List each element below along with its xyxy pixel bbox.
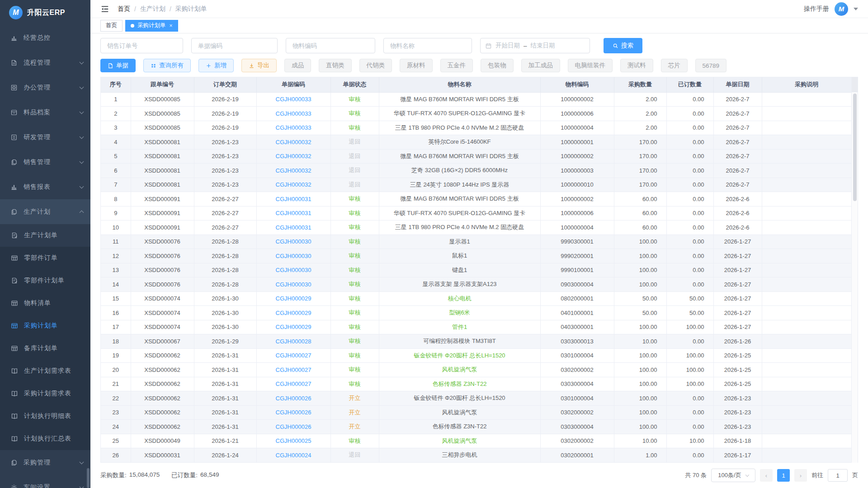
sidebar-item-研发管理[interactable]: 研发管理 <box>0 125 90 150</box>
sidebar-item-物料清单[interactable]: 物料清单 <box>0 292 90 314</box>
doc-no-link[interactable]: CGJH000032 <box>276 167 311 174</box>
current-page-button[interactable]: 1 <box>777 469 790 482</box>
doc-no-link[interactable]: CGJH000024 <box>276 452 311 459</box>
doc-no-link[interactable]: CGJH000026 <box>276 423 311 430</box>
export-button[interactable]: 导出 <box>241 59 277 72</box>
doc-no-link[interactable]: CGJH000025 <box>276 437 311 444</box>
category-filter-包装物[interactable]: 包装物 <box>481 59 514 72</box>
sidebar-collapse-icon[interactable] <box>100 5 109 14</box>
category-filter-加工成品[interactable]: 加工成品 <box>521 59 560 72</box>
table-row: 6 XSDD000081 2026-1-23 CGJH000032 退回 芝奇 … <box>101 164 851 178</box>
sidebar-scrollbar-thumb[interactable] <box>87 468 90 488</box>
sidebar-item-生产计划需求表[interactable]: 生产计划需求表 <box>0 360 90 382</box>
add-button[interactable]: 新增 <box>198 59 234 72</box>
topbar-right: 操作手册 M <box>804 2 858 16</box>
category-filter-56789[interactable]: 56789 <box>695 59 727 72</box>
material-name-input[interactable] <box>383 38 472 53</box>
sidebar-item-零部件订单[interactable]: 零部件订单 <box>0 247 90 269</box>
table-row: 14 XSDD000076 2026-1-28 CGJH000030 审核 显示… <box>101 277 851 292</box>
sidebar-item-采购计划单[interactable]: 采购计划单 <box>0 314 90 337</box>
sidebar-item-经营总控[interactable]: 经营总控 <box>0 25 90 50</box>
breadcrumb-home[interactable]: 首页 <box>118 5 130 13</box>
doc-no-link[interactable]: CGJH000026 <box>276 395 311 402</box>
sidebar-item-销售报表[interactable]: 销售报表 <box>0 174 90 199</box>
doc-no-link[interactable]: CGJH000033 <box>276 124 311 131</box>
table-row: 4 XSDD000081 2026-1-23 CGJH000032 退回 英特尔… <box>101 135 851 150</box>
category-filter-成品[interactable]: 成品 <box>284 59 311 72</box>
category-filter-芯片[interactable]: 芯片 <box>661 59 688 72</box>
tab-close-icon[interactable]: × <box>170 23 173 29</box>
status-badge: 审核 <box>349 110 361 117</box>
doc-no-link[interactable]: CGJH000031 <box>276 196 311 202</box>
doc-no-link[interactable]: CGJH000029 <box>276 324 311 330</box>
next-page-button[interactable]: › <box>794 469 807 482</box>
document-button[interactable]: 单据 <box>100 59 136 72</box>
sidebar-item-流程管理[interactable]: 流程管理 <box>0 50 90 75</box>
sidebar-item-采购计划需求表[interactable]: 采购计划需求表 <box>0 382 90 405</box>
category-filter-代销类[interactable]: 代销类 <box>359 59 392 72</box>
tab-home[interactable]: 首页 <box>100 20 123 32</box>
table-row: 21 XSDD000062 2026-1-31 CGJH000027 审核 色标… <box>101 377 851 391</box>
doc-code-input[interactable] <box>191 38 278 53</box>
breadcrumb: 首页 / 生产计划 / 采购计划单 <box>118 5 207 13</box>
topbar: 首页 / 生产计划 / 采购计划单 操作手册 M <box>90 0 868 18</box>
sidebar-item-生产计划[interactable]: 生产计划 <box>0 199 90 224</box>
totals: 采购数量: 15,084,075 已订数量: 68,549 <box>100 471 219 479</box>
sidebar-item-零部件计划单[interactable]: 零部件计划单 <box>0 269 90 292</box>
sidebar-item-采购管理[interactable]: 采购管理 <box>0 450 90 475</box>
user-menu-caret-icon[interactable] <box>854 8 858 10</box>
doc-no-link[interactable]: CGJH000026 <box>276 409 311 416</box>
search-button[interactable]: 搜索 <box>604 38 642 53</box>
doc-no-link[interactable]: CGJH000033 <box>276 96 311 103</box>
sidebar-item-计划执行汇总表[interactable]: 计划执行汇总表 <box>0 427 90 450</box>
table-scrollbar-thumb[interactable] <box>853 94 857 201</box>
sidebar-item-备库计划单[interactable]: 备库计划单 <box>0 337 90 360</box>
category-filter-直销类[interactable]: 直销类 <box>319 59 352 72</box>
goto-page-input[interactable] <box>828 469 848 482</box>
doc-no-link[interactable]: CGJH000028 <box>276 338 311 345</box>
category-filter-原材料[interactable]: 原材料 <box>400 59 433 72</box>
doc-no-link[interactable]: CGJH000032 <box>276 153 311 160</box>
doc-no-link[interactable]: CGJH000031 <box>276 224 311 231</box>
sidebar-item-计划执行明细表[interactable]: 计划执行明细表 <box>0 405 90 427</box>
tab-purchase-plan[interactable]: 采购计划单 × <box>125 20 178 32</box>
doc-no-link[interactable]: CGJH000027 <box>276 366 311 373</box>
breadcrumb-production-plan[interactable]: 生产计划 <box>140 5 165 13</box>
category-filter-五金件[interactable]: 五金件 <box>440 59 473 72</box>
doc-no-link[interactable]: CGJH000027 <box>276 380 311 387</box>
doc-no-link[interactable]: CGJH000029 <box>276 310 311 316</box>
sidebar-item-车间设置[interactable]: 车间设置 <box>0 475 90 488</box>
user-avatar[interactable]: M <box>835 2 848 16</box>
date-range-picker[interactable]: 开始日期 – 结束日期 <box>480 38 590 53</box>
query-all-button[interactable]: 查询所有 <box>143 59 191 72</box>
doc-no-link[interactable]: CGJH000030 <box>276 238 311 245</box>
doc-no-link[interactable]: CGJH000032 <box>276 139 311 145</box>
doc-no-link[interactable]: CGJH000032 <box>276 181 311 188</box>
sidebar-item-料品档案[interactable]: 料品档案 <box>0 100 90 125</box>
page-size-select[interactable]: 100条/页 <box>711 469 755 482</box>
prev-page-button[interactable]: ‹ <box>760 469 773 482</box>
doc-no-link[interactable]: CGJH000030 <box>276 281 311 288</box>
sidebar-item-办公管理[interactable]: 办公管理 <box>0 75 90 100</box>
files-icon <box>10 158 18 166</box>
doc-no-link[interactable]: CGJH000033 <box>276 110 311 117</box>
gear-icon <box>10 483 18 488</box>
date-range-separator: – <box>524 42 527 49</box>
table-row: 22 XSDD000062 2026-1-31 CGJH000026 开立 钣金… <box>101 391 851 406</box>
files-icon <box>10 208 18 216</box>
doc-no-link[interactable]: CGJH000031 <box>276 210 311 216</box>
doc-no-link[interactable]: CGJH000030 <box>276 267 311 273</box>
sidebar-item-生产计划单[interactable]: 生产计划单 <box>0 224 90 247</box>
sales-order-no-input[interactable] <box>100 38 183 53</box>
category-filter-测试料[interactable]: 测试料 <box>620 59 653 72</box>
table-row: 20 XSDD000062 2026-1-31 CGJH000027 审核 风机… <box>101 363 851 377</box>
category-filter-电脑组装件[interactable]: 电脑组装件 <box>568 59 613 72</box>
doc-no-link[interactable]: CGJH000030 <box>276 253 311 259</box>
doc-no-link[interactable]: CGJH000027 <box>276 352 311 359</box>
chevron-down-icon <box>80 484 84 488</box>
qty-total-value: 15,084,075 <box>129 471 160 479</box>
doc-no-link[interactable]: CGJH000029 <box>276 295 311 302</box>
sidebar-item-销售管理[interactable]: 销售管理 <box>0 150 90 174</box>
material-code-input[interactable] <box>286 38 375 53</box>
manual-link[interactable]: 操作手册 <box>804 5 829 13</box>
